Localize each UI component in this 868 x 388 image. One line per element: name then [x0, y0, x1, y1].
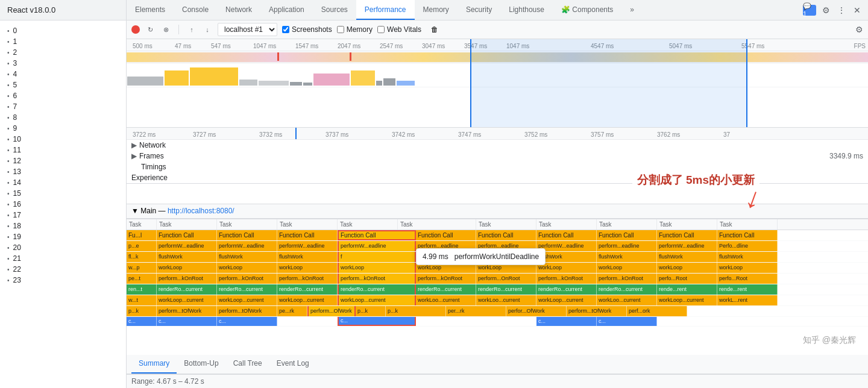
tab-components[interactable]: 🧩 Components	[553, 0, 621, 20]
flame-cell-fl-3[interactable]: flushWork	[217, 252, 277, 262]
network-expand[interactable]: ▶	[131, 141, 137, 149]
flame-cell-wl2-5-highlighted[interactable]: workLoop...current	[338, 295, 416, 305]
download-button[interactable]: ↓	[202, 24, 213, 35]
tab-memory[interactable]: Memory	[415, 0, 458, 20]
flame-cell-rr-11[interactable]: rende...rent	[717, 284, 778, 295]
flame-cell-p-9[interactable]: perform...eadline	[597, 241, 657, 251]
flame-cell-pr-8[interactable]: perform...kOnRoot	[536, 274, 597, 284]
flame-cell-c-3[interactable]: c...	[217, 317, 277, 326]
flame-cell-rr-9[interactable]: renderRo...current	[597, 284, 657, 295]
flame-cell-wl2-2[interactable]: workLoop...current	[157, 295, 217, 305]
flame-cell-pw-9[interactable]: perform...tOfWork	[567, 306, 627, 316]
flame-cell-rr-8[interactable]: renderRo...current	[536, 284, 597, 295]
flame-cell-wl-9[interactable]: workLoop	[597, 263, 657, 273]
flame-cell-p-5-highlighted[interactable]: performW...eadline	[338, 241, 416, 251]
flame-cell-pw-4[interactable]: pe...rk	[277, 306, 307, 316]
timeline-overview[interactable]: 500 ms 47 ms 547 ms 1047 ms 1547 ms 2047…	[127, 39, 868, 128]
trash-icon[interactable]: 🗑	[431, 25, 438, 34]
memory-checkbox[interactable]	[337, 26, 344, 33]
flame-cell-fc-6[interactable]: Function Call	[416, 230, 476, 240]
flame-cell-wl2-10[interactable]: workLoop...current	[657, 295, 717, 305]
flame-cell-p-11[interactable]: Perfo...dline	[717, 241, 778, 251]
flame-cell-pr-1[interactable]: pe...t	[127, 274, 157, 284]
flame-cell-fl-1[interactable]: fl...k	[127, 252, 157, 262]
flame-cell-rr-5-highlighted[interactable]: renderRo...current	[338, 284, 416, 295]
flame-cell-fc-1[interactable]: Fu...l	[127, 230, 157, 240]
flame-cell-pr-9[interactable]: perform...kOnRoot	[597, 274, 657, 284]
web-vitals-checkbox-label[interactable]: Web Vitals	[377, 25, 421, 34]
flame-cell-pr-6[interactable]: perform...kOnRoot	[416, 274, 476, 284]
close-icon[interactable]: ✕	[851, 4, 863, 16]
flame-cell-fl-2[interactable]: flushWork	[157, 252, 217, 262]
flame-cell-p-3[interactable]: performW...eadline	[217, 241, 277, 251]
flame-cell-pr-3[interactable]: perform...kOnRoot	[217, 274, 277, 284]
tab-network[interactable]: Network	[217, 0, 260, 20]
flame-cell-fc-9[interactable]: Function Call	[597, 230, 657, 240]
flame-cell-pr-10[interactable]: perfo...Root	[657, 274, 717, 284]
flame-cell-pw-1[interactable]: p...k	[127, 306, 157, 316]
clear-button[interactable]: ⊗	[160, 24, 171, 35]
settings-icon[interactable]: ⚙	[820, 4, 832, 16]
flame-cell-c-9[interactable]: c...	[597, 317, 657, 326]
flame-cell-rr-6[interactable]: renderRo...current	[416, 284, 476, 295]
url-select[interactable]: localhost #1	[218, 23, 277, 36]
flame-cell-rr-2[interactable]: renderRo...current	[157, 284, 217, 295]
flame-cell-wl2-1[interactable]: w...t	[127, 295, 157, 305]
flame-cell-pw-8[interactable]: perfor...OfWork	[506, 306, 567, 316]
flame-cell-rr-1[interactable]: ren...t	[127, 284, 157, 295]
flame-cell-fl-4[interactable]: flushWork	[277, 252, 338, 262]
flame-cell-wl-3[interactable]: workLoop	[217, 263, 277, 273]
zoomed-timeline[interactable]: 3722 ms 3727 ms 3732 ms 3737 ms 3742 ms …	[127, 128, 868, 204]
web-vitals-checkbox[interactable]	[377, 26, 385, 33]
flame-cell-rr-4[interactable]: renderRo...current	[277, 284, 338, 295]
flame-cell-fc-7[interactable]: Function Call	[476, 230, 536, 240]
flame-cell-wl-11[interactable]: workLoop	[717, 263, 778, 273]
flame-chart[interactable]: Task Task Task Task Task Task Task Task …	[127, 219, 868, 355]
tab-security[interactable]: Security	[458, 0, 500, 20]
screenshots-checkbox[interactable]	[282, 26, 289, 33]
tab-bottom-up[interactable]: Bottom-Up	[177, 354, 225, 374]
flame-cell-fc-8[interactable]: Function Call	[536, 230, 597, 240]
flame-cell-pw-3[interactable]: perform...tOfWork	[217, 306, 277, 316]
flame-cell-p-4[interactable]: performW...eadline	[277, 241, 338, 251]
screenshots-checkbox-label[interactable]: Screenshots	[282, 25, 332, 34]
flame-cell-rr-3[interactable]: renderRo...current	[217, 284, 277, 295]
flame-cell-fl-5-highlighted[interactable]: f	[338, 252, 416, 262]
tab-console[interactable]: Console	[174, 0, 217, 20]
tab-elements[interactable]: Elements	[127, 0, 174, 20]
flame-cell-pw-5b[interactable]: p...k	[356, 306, 386, 316]
tab-event-log[interactable]: Event Log	[269, 354, 316, 374]
flame-cell-fc-11[interactable]: Function Call	[717, 230, 778, 240]
flame-cell-wl-4[interactable]: workLoop	[277, 263, 338, 273]
flame-cell-fc-5-highlighted[interactable]: Function Call	[338, 230, 416, 240]
flame-cell-fc-2[interactable]: Function Call	[157, 230, 217, 240]
flame-cell-c-5-highlighted[interactable]: c...	[338, 317, 416, 326]
flame-cell-pr-5-highlighted[interactable]: perform...kOnRoot	[338, 274, 416, 284]
flame-cell-pr-7[interactable]: perform...OnRoot	[476, 274, 536, 284]
flame-cell-fc-3[interactable]: Function Call	[217, 230, 277, 240]
main-thread-url[interactable]: http://localhost:8080/	[168, 207, 234, 215]
reload-button[interactable]: ↻	[145, 24, 156, 35]
flame-cell-wl-8[interactable]: workLoop	[536, 263, 597, 273]
main-thread-expand[interactable]: ▼	[131, 207, 139, 215]
flame-cell-c-8[interactable]: c...	[536, 317, 597, 326]
tab-more[interactable]: »	[621, 0, 643, 20]
flame-cell-p-8[interactable]: performW...eadline	[536, 241, 597, 251]
record-button[interactable]	[131, 25, 140, 34]
flame-cell-fl-10[interactable]: flushWork	[657, 252, 717, 262]
flame-cell-pw-6[interactable]: p...k	[386, 306, 446, 316]
flame-cell-wl2-9[interactable]: workLoo...current	[597, 295, 657, 305]
flame-cell-p-2[interactable]: performW...eadline	[157, 241, 217, 251]
flame-cell-pw-10[interactable]: perf...ork	[627, 306, 687, 316]
flame-cell-c-2[interactable]: c...	[157, 317, 217, 326]
more-icon[interactable]: ⋮	[835, 4, 848, 16]
flame-cell-pr-2[interactable]: perform...kOnRoot	[157, 274, 217, 284]
flame-cell-pr-4[interactable]: perform...kOnRoot	[277, 274, 338, 284]
tab-sources[interactable]: Sources	[313, 0, 356, 20]
flame-cell-pw-2[interactable]: perform...tOfWork	[157, 306, 217, 316]
chat-icon[interactable]: 💬 1	[803, 5, 816, 16]
flame-cell-pw-5-highlighted[interactable]: perform...OfWork	[307, 306, 356, 316]
flame-cell-wl2-3[interactable]: workLoop...current	[217, 295, 277, 305]
tab-call-tree[interactable]: Call Tree	[226, 354, 269, 374]
upload-button[interactable]: ↑	[186, 24, 197, 35]
